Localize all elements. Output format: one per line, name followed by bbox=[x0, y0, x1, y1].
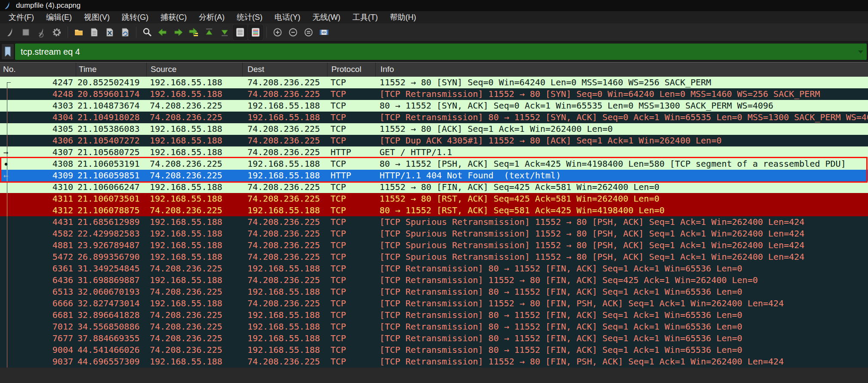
no-cell: 4310 bbox=[11, 181, 76, 193]
packet-row-4248[interactable]: 424820.859601174192.168.55.18874.208.236… bbox=[0, 88, 868, 100]
time-cell: 21.104918028 bbox=[76, 112, 146, 123]
source-cell: 192.168.55.188 bbox=[146, 77, 242, 88]
capture-options-icon[interactable] bbox=[50, 25, 64, 40]
no-cell: 6513 bbox=[11, 286, 76, 298]
wireshark-app-icon bbox=[3, 1, 12, 10]
resize-columns-icon[interactable] bbox=[317, 25, 331, 40]
column-header-source[interactable]: Source bbox=[146, 62, 242, 77]
related-packet-indicator bbox=[0, 123, 11, 135]
packet-row-6361[interactable]: 636131.34925484574.208.236.225192.168.55… bbox=[0, 263, 868, 274]
menu-item-0[interactable]: 文件(F) bbox=[3, 11, 40, 23]
go-to-last-icon[interactable] bbox=[218, 25, 232, 40]
start-capture-icon[interactable] bbox=[3, 25, 17, 40]
packet-row-9037[interactable]: 903744.696557309192.168.55.18874.208.236… bbox=[0, 356, 868, 367]
go-to-first-icon[interactable] bbox=[202, 25, 216, 40]
dest-cell: 192.168.55.188 bbox=[242, 321, 327, 333]
menu-item-10[interactable]: 帮助(H) bbox=[384, 11, 422, 23]
column-header-dest[interactable]: Dest bbox=[242, 62, 327, 77]
no-cell: 4309 bbox=[11, 170, 76, 181]
dest-cell: 74.208.236.225 bbox=[242, 193, 327, 205]
find-packet-icon[interactable] bbox=[140, 25, 154, 40]
packet-row-4311[interactable]: 431121.106073501192.168.55.18874.208.236… bbox=[0, 193, 868, 205]
packet-row-4881[interactable]: 488123.926789487192.168.55.18874.208.236… bbox=[0, 240, 868, 251]
chevron-down-icon[interactable] bbox=[858, 50, 863, 53]
time-cell: 21.106059851 bbox=[76, 170, 146, 181]
packet-row-4308[interactable]: ●430821.10605319174.208.236.225192.168.5… bbox=[0, 158, 868, 170]
no-cell: 6666 bbox=[11, 298, 76, 309]
time-cell: 20.859601174 bbox=[76, 88, 146, 100]
auto-scroll-icon[interactable] bbox=[233, 25, 247, 40]
zoom-in-icon[interactable] bbox=[271, 25, 284, 40]
menu-item-3[interactable]: 跳转(G) bbox=[116, 11, 154, 23]
info-cell: [TCP Retransmission] 80 → 11552 [SYN, AC… bbox=[375, 112, 868, 123]
related-packet-indicator bbox=[0, 344, 11, 356]
go-to-packet-icon[interactable] bbox=[187, 25, 201, 40]
menu-item-8[interactable]: 无线(W) bbox=[306, 11, 346, 23]
packet-row-4304[interactable]: 430421.10491802874.208.236.225192.168.55… bbox=[0, 112, 868, 123]
menu-item-9[interactable]: 工具(T) bbox=[346, 11, 384, 23]
packet-row-4305[interactable]: 430521.105386083192.168.55.18874.208.236… bbox=[0, 123, 868, 135]
dest-cell: 74.208.236.225 bbox=[242, 274, 327, 286]
related-packet-indicator bbox=[0, 205, 11, 216]
packet-row-4303[interactable]: 430321.10487367474.208.236.225192.168.55… bbox=[0, 100, 868, 112]
protocol-cell: TCP bbox=[327, 205, 375, 216]
menu-item-4[interactable]: 捕获(C) bbox=[154, 11, 193, 23]
info-cell: [TCP Retransmission] 11552 → 80 [FIN, PS… bbox=[375, 356, 868, 367]
packet-row-4312[interactable]: 431221.10607887574.208.236.225192.168.55… bbox=[0, 205, 868, 216]
protocol-cell: TCP bbox=[327, 135, 375, 146]
packet-row-6513[interactable]: 651332.06067019374.208.236.225192.168.55… bbox=[0, 286, 868, 298]
time-cell: 21.105680725 bbox=[76, 146, 146, 158]
dest-cell: 74.208.236.225 bbox=[242, 181, 327, 193]
column-header-no[interactable]: No. bbox=[0, 62, 76, 77]
info-cell: 11552 → 80 [RST, ACK] Seq=425 Ack=581 Wi… bbox=[375, 193, 868, 205]
packet-row-6666[interactable]: 666632.827473014192.168.55.18874.208.236… bbox=[0, 298, 868, 309]
protocol-cell: TCP bbox=[327, 263, 375, 274]
packet-row-6681[interactable]: 668132.89664182874.208.236.225192.168.55… bbox=[0, 309, 868, 321]
packet-row-4307[interactable]: →430721.105680725192.168.55.18874.208.23… bbox=[0, 146, 868, 158]
colorize-packets-icon[interactable] bbox=[249, 25, 263, 40]
packet-row-4582[interactable]: 458222.429982583192.168.55.18874.208.236… bbox=[0, 228, 868, 240]
packet-row-9004[interactable]: 900444.54146602674.208.236.225192.168.55… bbox=[0, 344, 868, 356]
restart-capture-icon[interactable] bbox=[34, 25, 48, 40]
info-cell: 80 → 11552 [SYN, ACK] Seq=0 Ack=1 Win=65… bbox=[375, 100, 868, 112]
packet-row-7012[interactable]: 701234.55685088674.208.236.225192.168.55… bbox=[0, 321, 868, 333]
protocol-cell: TCP bbox=[327, 286, 375, 298]
info-cell: [TCP Retransmission] 80 → 11552 [FIN, AC… bbox=[375, 309, 868, 321]
dest-cell: 192.168.55.188 bbox=[242, 344, 327, 356]
packet-row-4309[interactable]: ←430921.10605985174.208.236.225192.168.5… bbox=[0, 170, 868, 181]
open-file-icon[interactable] bbox=[72, 25, 86, 40]
packet-row-6436[interactable]: 643631.698869887192.168.55.18874.208.236… bbox=[0, 274, 868, 286]
packet-row-4310[interactable]: 431021.106066247192.168.55.18874.208.236… bbox=[0, 181, 868, 193]
close-file-icon[interactable] bbox=[103, 25, 117, 40]
packet-row-5472[interactable]: 547226.899356790192.168.55.18874.208.236… bbox=[0, 251, 868, 263]
menu-item-5[interactable]: 分析(A) bbox=[193, 11, 231, 23]
save-file-icon[interactable] bbox=[87, 25, 101, 40]
column-header-time[interactable]: Time bbox=[76, 62, 146, 77]
menu-item-1[interactable]: 编辑(E) bbox=[40, 11, 78, 23]
menu-item-7[interactable]: 电话(Y) bbox=[269, 11, 306, 23]
display-filter-input[interactable]: tcp.stream eq 4 bbox=[15, 44, 867, 60]
protocol-cell: TCP bbox=[327, 158, 375, 170]
menu-item-6[interactable]: 统计(S) bbox=[231, 11, 269, 23]
no-cell: 6361 bbox=[11, 263, 76, 274]
reload-file-icon[interactable] bbox=[118, 25, 132, 40]
zoom-out-icon[interactable] bbox=[286, 25, 300, 40]
menu-item-2[interactable]: 视图(V) bbox=[78, 11, 116, 23]
dest-cell: 192.168.55.188 bbox=[242, 286, 327, 298]
source-cell: 192.168.55.188 bbox=[146, 193, 242, 205]
column-header-protocol[interactable]: Protocol bbox=[327, 62, 375, 77]
source-cell: 74.208.236.225 bbox=[146, 344, 242, 356]
go-back-icon[interactable] bbox=[156, 25, 170, 40]
packet-row-4306[interactable]: 430621.105407272192.168.55.18874.208.236… bbox=[0, 135, 868, 146]
source-cell: 192.168.55.188 bbox=[146, 298, 242, 309]
no-cell: 4881 bbox=[11, 240, 76, 251]
zoom-reset-icon[interactable] bbox=[302, 25, 315, 40]
packet-row-4431[interactable]: 443121.685612989192.168.55.18874.208.236… bbox=[0, 216, 868, 228]
packet-row-4247[interactable]: 424720.852502419192.168.55.18874.208.236… bbox=[0, 77, 868, 88]
stop-capture-icon[interactable] bbox=[19, 25, 33, 40]
go-forward-icon[interactable] bbox=[171, 25, 185, 40]
column-header-info[interactable]: Info bbox=[375, 62, 868, 77]
time-cell: 21.104873674 bbox=[76, 100, 146, 112]
packet-row-7677[interactable]: 767737.88466935574.208.236.225192.168.55… bbox=[0, 333, 868, 344]
filter-bookmark-button[interactable] bbox=[1, 44, 14, 60]
